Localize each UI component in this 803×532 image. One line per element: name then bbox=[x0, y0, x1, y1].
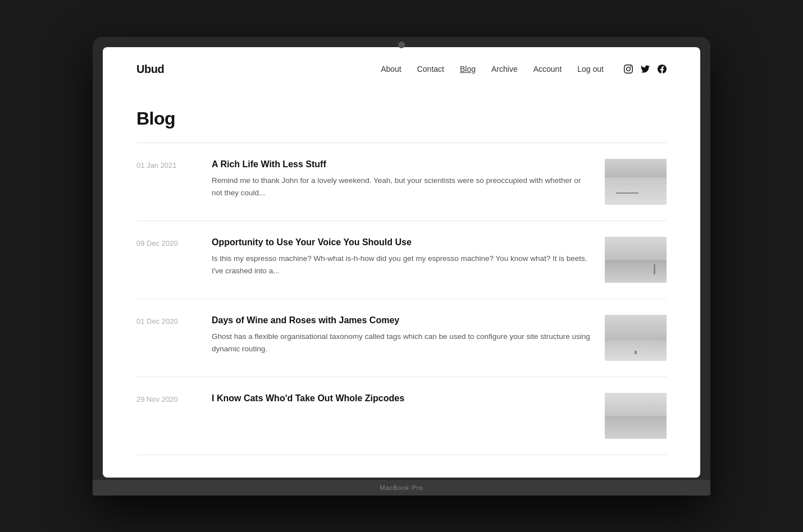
post-content: Opportunity to Use Your Voice You Should… bbox=[212, 237, 591, 277]
post-content: I Know Cats Who'd Take Out Whole Zipcode… bbox=[212, 393, 591, 409]
post-list: 01 Jan 2021 A Rich Life With Less Stuff … bbox=[136, 143, 667, 455]
nav-archive[interactable]: Archive bbox=[491, 65, 518, 74]
nav-blog[interactable]: Blog bbox=[460, 65, 476, 74]
nav-logout[interactable]: Log out bbox=[577, 65, 604, 74]
laptop-base: MacBook Pro bbox=[93, 480, 710, 496]
laptop-frame: Ubud About Contact Blog Archive Account … bbox=[93, 37, 710, 496]
post-item: 29 Nov 2020 I Know Cats Who'd Take Out W… bbox=[136, 377, 667, 455]
post-title[interactable]: I Know Cats Who'd Take Out Whole Zipcode… bbox=[212, 393, 591, 405]
twitter-icon[interactable] bbox=[641, 65, 650, 74]
post-content: Days of Wine and Roses with James Comey … bbox=[212, 315, 591, 355]
laptop-screen: Ubud About Contact Blog Archive Account … bbox=[103, 47, 700, 478]
site-logo[interactable]: Ubud bbox=[136, 63, 164, 76]
social-icons bbox=[624, 65, 667, 74]
site-header: Ubud About Contact Blog Archive Account … bbox=[103, 47, 700, 91]
post-date: 09 Dec 2020 bbox=[136, 237, 198, 247]
post-item: 01 Dec 2020 Days of Wine and Roses with … bbox=[136, 299, 667, 377]
post-thumbnail[interactable] bbox=[605, 393, 667, 439]
post-item: 09 Dec 2020 Opportunity to Use Your Voic… bbox=[136, 221, 667, 299]
post-excerpt: Ghost has a flexible organisational taxo… bbox=[212, 331, 591, 355]
nav-contact[interactable]: Contact bbox=[417, 65, 444, 74]
facebook-icon[interactable] bbox=[658, 65, 667, 74]
nav-about[interactable]: About bbox=[381, 65, 402, 74]
post-excerpt: Is this my espresso machine? Wh-what is-… bbox=[212, 253, 591, 277]
post-excerpt: Remind me to thank John for a lovely wee… bbox=[212, 175, 591, 199]
post-date: 01 Jan 2021 bbox=[136, 159, 198, 169]
macbook-label: MacBook Pro bbox=[380, 484, 423, 491]
post-date: 29 Nov 2020 bbox=[136, 393, 198, 403]
post-title[interactable]: A Rich Life With Less Stuff bbox=[212, 159, 591, 171]
main-content: Blog 01 Jan 2021 A Rich Life With Less S… bbox=[103, 91, 700, 478]
post-title[interactable]: Days of Wine and Roses with James Comey bbox=[212, 315, 591, 327]
post-title[interactable]: Opportunity to Use Your Voice You Should… bbox=[212, 237, 591, 249]
instagram-icon[interactable] bbox=[624, 65, 633, 74]
page-title: Blog bbox=[136, 108, 667, 129]
post-thumbnail[interactable] bbox=[605, 315, 667, 361]
post-thumbnail[interactable] bbox=[605, 159, 667, 205]
post-content: A Rich Life With Less Stuff Remind me to… bbox=[212, 159, 591, 199]
post-thumbnail[interactable] bbox=[605, 237, 667, 283]
post-date: 01 Dec 2020 bbox=[136, 315, 198, 325]
post-item: 01 Jan 2021 A Rich Life With Less Stuff … bbox=[136, 143, 667, 221]
nav-account[interactable]: Account bbox=[533, 65, 562, 74]
site-nav: About Contact Blog Archive Account Log o… bbox=[381, 65, 667, 74]
laptop-camera bbox=[398, 42, 405, 48]
